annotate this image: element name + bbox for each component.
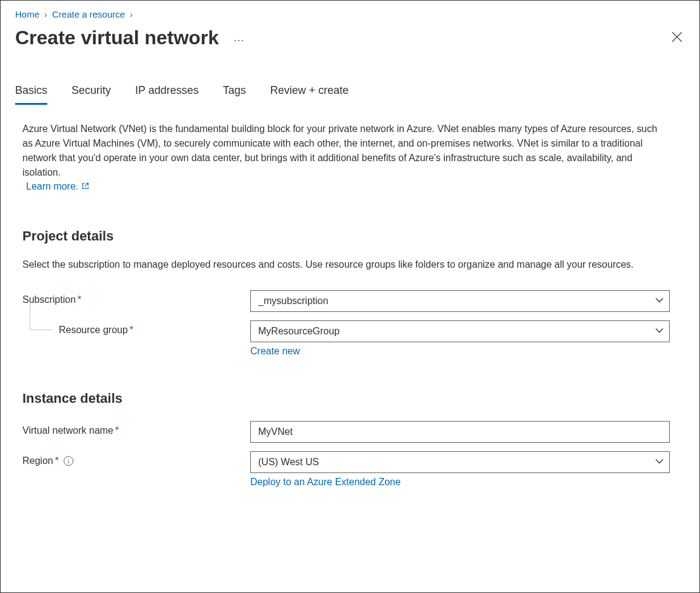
deploy-extended-zone-link[interactable]: Deploy to an Azure Extended Zone	[250, 477, 401, 488]
instance-details-heading: Instance details	[22, 391, 670, 406]
required-indicator: *	[115, 425, 119, 436]
page-title: Create virtual network	[15, 27, 219, 49]
tabs: Basics Security IP addresses Tags Review…	[1, 49, 699, 105]
breadcrumb: Home › Create a resource ›	[1, 1, 699, 24]
required-indicator: *	[78, 294, 81, 305]
intro-text: Azure Virtual Network (VNet) is the fund…	[22, 122, 670, 180]
required-indicator: *	[55, 456, 59, 466]
create-new-link[interactable]: Create new	[250, 346, 300, 357]
breadcrumb-home[interactable]: Home	[15, 9, 39, 19]
subscription-select[interactable]	[250, 290, 670, 312]
tab-security[interactable]: Security	[72, 84, 111, 105]
close-button[interactable]	[668, 28, 686, 48]
indent-connector	[30, 303, 52, 330]
chevron-right-icon: ›	[130, 9, 133, 19]
vnet-name-label: Virtual network name	[22, 425, 113, 436]
close-icon	[672, 31, 682, 44]
external-link-icon	[82, 181, 89, 192]
project-details-description: Select the subscription to manage deploy…	[22, 257, 670, 272]
learn-more-link[interactable]: Learn more.	[26, 181, 89, 192]
project-details-heading: Project details	[22, 228, 670, 244]
tab-basics[interactable]: Basics	[15, 84, 47, 105]
learn-more-label: Learn more.	[26, 181, 78, 192]
resource-group-label: Resource group	[59, 325, 128, 336]
tab-review-create[interactable]: Review + create	[270, 84, 349, 105]
vnet-name-input[interactable]	[250, 421, 670, 443]
chevron-right-icon: ›	[44, 9, 47, 19]
tab-ip-addresses[interactable]: IP addresses	[135, 84, 199, 105]
region-select[interactable]	[250, 451, 670, 473]
resource-group-select[interactable]	[250, 320, 670, 342]
more-actions-button[interactable]: …	[230, 29, 249, 47]
tab-tags[interactable]: Tags	[223, 84, 246, 105]
region-label: Region	[22, 456, 53, 466]
info-icon[interactable]: i	[64, 456, 73, 466]
required-indicator: *	[130, 325, 133, 336]
breadcrumb-create-resource[interactable]: Create a resource	[52, 9, 125, 19]
